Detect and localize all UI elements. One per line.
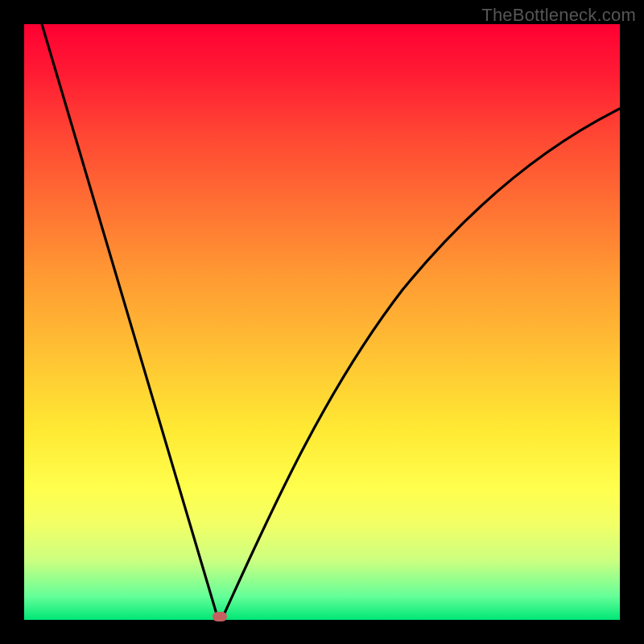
chart-frame: TheBottleneck.com [0, 0, 644, 644]
curve-svg [24, 24, 620, 620]
plot-area [24, 24, 620, 620]
watermark-text: TheBottleneck.com [481, 5, 636, 26]
minimum-marker [213, 612, 227, 621]
bottleneck-curve-path [42, 24, 620, 618]
